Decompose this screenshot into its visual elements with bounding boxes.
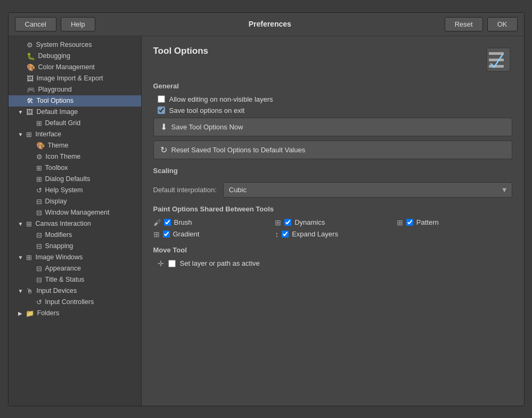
sidebar-item-playground[interactable]: 🎮Playground — [9, 84, 141, 95]
pattern-icon: ⊞ — [397, 218, 403, 227]
expand-layers-checkbox[interactable] — [282, 231, 289, 237]
label-input-devices: Input Devices — [36, 287, 77, 294]
sidebar-item-icon-theme[interactable]: ⚙Icon Theme — [9, 151, 141, 162]
label-system-resources: System Resources — [36, 41, 92, 48]
ok-button[interactable]: OK — [487, 17, 518, 31]
scaling-row: Default interpolation: None Linear Cubic… — [153, 182, 512, 198]
icon-image-windows: ⊞ — [26, 253, 32, 261]
content-area: Tool Options General Allow editing on n — [142, 36, 524, 406]
sidebar-item-help-system[interactable]: ↺Help System — [9, 185, 141, 196]
sidebar-item-color-management[interactable]: 🎨Color Management — [9, 62, 141, 73]
icon-system-resources: ⚙ — [27, 41, 33, 49]
icon-debugging: 🐛 — [27, 52, 35, 60]
sidebar-item-toolbox[interactable]: ⊞Toolbox — [9, 162, 141, 174]
sidebar-item-snapping[interactable]: ⊟Snapping — [9, 241, 141, 252]
brush-option: 🖌 Brush — [153, 218, 269, 227]
label-input-controllers: Input Controllers — [45, 298, 94, 306]
sidebar-item-debugging[interactable]: 🐛Debugging — [9, 51, 141, 62]
titlebar: Cancel Help Preferences Reset OK — [9, 13, 524, 36]
sidebar-item-canvas-interaction[interactable]: ▼⊞Canvas Interaction — [9, 218, 141, 230]
sidebar-item-default-image[interactable]: ▼🖼Default Image — [9, 106, 141, 118]
sidebar-item-default-grid[interactable]: ⊞Default Grid — [9, 118, 141, 129]
label-interface: Interface — [35, 130, 61, 138]
cancel-button[interactable]: Cancel — [15, 17, 56, 31]
label-window-management: Window Management — [45, 209, 110, 216]
gradient-option: ⊞ Gradient — [153, 230, 269, 239]
sidebar-item-window-management[interactable]: ⊟Window Management — [9, 207, 141, 218]
save-options-row: Save tool options on exit — [153, 106, 512, 114]
page-title: Tool Options — [153, 46, 209, 56]
brush-checkbox[interactable] — [164, 219, 171, 226]
label-icon-theme: Icon Theme — [46, 153, 81, 160]
icon-icon-theme: ⚙ — [36, 153, 43, 161]
gradient-label: Gradient — [173, 230, 200, 238]
arrow-canvas-interaction: ▼ — [18, 221, 23, 227]
interpolation-select-wrap: None Linear Cubic Sinc (Lanczos3) ▼ — [223, 182, 512, 198]
gradient-checkbox[interactable] — [163, 231, 170, 237]
arrow-image-windows: ▼ — [18, 255, 23, 260]
save-options-label: Save tool options on exit — [169, 106, 245, 114]
label-display: Display — [45, 198, 67, 205]
sidebar-item-dialog-defaults[interactable]: ⊞Dialog Defaults — [9, 174, 141, 185]
sidebar-item-appearance[interactable]: ⊟Appearance — [9, 263, 141, 274]
label-theme: Theme — [48, 142, 69, 149]
icon-default-image: 🖼 — [26, 108, 33, 116]
default-interpolation-label: Default interpolation: — [153, 186, 217, 194]
label-dialog-defaults: Dialog Defaults — [45, 175, 91, 183]
arrow-default-image: ▼ — [18, 109, 23, 115]
label-default-image: Default Image — [36, 108, 78, 116]
sidebar-item-image-import-export[interactable]: 🖼Image Import & Export — [9, 73, 141, 84]
interpolation-select[interactable]: None Linear Cubic Sinc (Lanczos3) — [223, 182, 512, 198]
scaling-label: Scaling — [153, 167, 512, 175]
paint-options-label: Paint Options Shared Between Tools — [153, 205, 512, 213]
save-now-button[interactable]: ⬇ Save Tool Options Now — [153, 118, 512, 136]
sidebar-item-title-status[interactable]: ⊟Title & Status — [9, 274, 141, 285]
sidebar-item-input-devices[interactable]: ▼🖱Input Devices — [9, 285, 141, 297]
sidebar-item-system-resources[interactable]: ⚙System Resources — [9, 39, 141, 51]
arrow-input-devices: ▼ — [18, 288, 23, 294]
sidebar-item-tool-options[interactable]: 🛠Tool Options — [9, 95, 141, 106]
reset-button[interactable]: Reset — [445, 17, 483, 31]
sidebar-item-theme[interactable]: 🎨Theme — [9, 140, 141, 151]
paint-options-grid: 🖌 Brush ⊞ Dynamics ⊞ Pattern ⊞ — [153, 218, 512, 239]
icon-window-management: ⊟ — [36, 209, 42, 217]
label-canvas-interaction: Canvas Interaction — [35, 220, 91, 227]
reset-saved-button[interactable]: ↻ Reset Saved Tool Options to Default Va… — [153, 141, 512, 159]
label-snapping: Snapping — [45, 242, 73, 250]
icon-interface: ⊞ — [26, 130, 32, 138]
dialog-title: Preferences — [100, 20, 440, 28]
sidebar-item-display[interactable]: ⊟Display — [9, 196, 141, 207]
dynamics-option: ⊞ Dynamics — [275, 218, 390, 227]
allow-editing-checkbox[interactable] — [158, 95, 165, 103]
icon-canvas-interaction: ⊞ — [26, 220, 32, 228]
icon-theme: 🎨 — [36, 142, 45, 150]
icon-snapping: ⊟ — [36, 242, 42, 250]
sidebar: ⚙System Resources🐛Debugging🎨Color Manage… — [9, 36, 142, 406]
icon-image-import-export: 🖼 — [27, 75, 34, 83]
sidebar-item-input-controllers[interactable]: ↺Input Controllers — [9, 297, 141, 308]
icon-title-status: ⊟ — [36, 276, 42, 284]
label-color-management: Color Management — [38, 63, 95, 71]
set-layer-checkbox[interactable] — [168, 260, 176, 267]
icon-input-devices: 🖱 — [26, 287, 33, 295]
icon-help-system: ↺ — [36, 186, 42, 194]
sidebar-item-modifiers[interactable]: ⊟Modifiers — [9, 230, 141, 241]
icon-toolbox: ⊞ — [36, 164, 42, 172]
pattern-checkbox[interactable] — [406, 219, 413, 226]
svg-rect-1 — [489, 52, 504, 55]
label-debugging: Debugging — [38, 52, 70, 60]
sidebar-item-folders[interactable]: ▶📁Folders — [9, 308, 141, 319]
pattern-option: ⊞ Pattern — [397, 218, 512, 227]
help-button[interactable]: Help — [61, 17, 95, 31]
move-icon: ✛ — [158, 259, 164, 268]
sidebar-item-interface[interactable]: ▼⊞Interface — [9, 129, 141, 140]
icon-appearance: ⊟ — [36, 265, 42, 273]
allow-editing-label: Allow editing on non-visible layers — [169, 95, 273, 103]
label-appearance: Appearance — [45, 265, 81, 272]
sidebar-item-image-windows[interactable]: ▼⊞Image Windows — [9, 252, 141, 263]
save-now-label: Save Tool Options Now — [171, 123, 243, 131]
icon-display: ⊟ — [36, 198, 42, 206]
gradient-icon: ⊞ — [153, 230, 160, 239]
save-options-checkbox[interactable] — [158, 106, 165, 114]
dynamics-checkbox[interactable] — [284, 219, 291, 226]
